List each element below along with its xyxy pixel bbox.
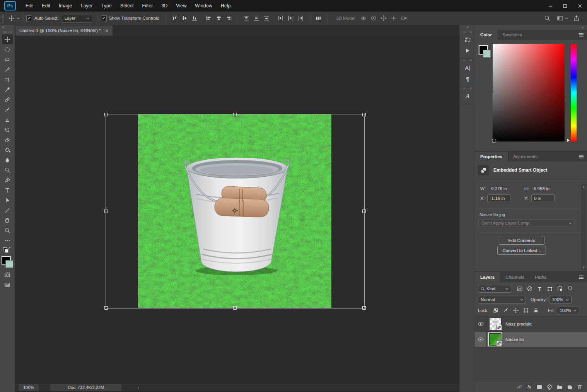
align-vertical-centers-icon[interactable] (180, 14, 189, 23)
toolbar-collapse-icon[interactable]: » (0, 25, 15, 31)
filter-adjustment-layers-icon[interactable] (525, 284, 534, 293)
align-horizontal-centers-icon[interactable] (214, 14, 224, 23)
tab-paths[interactable]: Paths (530, 272, 552, 282)
toolbar-grip[interactable] (3, 31, 12, 33)
distribute-vertical-centers-icon[interactable] (252, 14, 261, 23)
edit-contents-button[interactable]: Edit Contents (499, 236, 544, 245)
fill-dropdown[interactable]: 100% (557, 307, 579, 314)
menu-item[interactable]: Window (191, 0, 216, 12)
distribute-bottom-edges-icon[interactable] (262, 14, 271, 23)
document-info-field[interactable]: Doc: 732.4K/2.23M (50, 384, 121, 391)
x-input[interactable] (487, 194, 510, 202)
move-tool-preset-icon[interactable] (7, 14, 16, 23)
transform-handle-bottom-center[interactable] (233, 306, 237, 310)
layer-row-nasze-tlo[interactable]: Nasze tło (475, 332, 587, 347)
actions-panel-icon[interactable] (460, 45, 475, 56)
transform-handle-top-center[interactable] (233, 113, 237, 116)
hue-slider-marker[interactable] (567, 138, 570, 142)
workspace-icon[interactable] (555, 14, 565, 23)
lock-pixels-icon[interactable] (501, 306, 510, 315)
tab-channels[interactable]: Channels (500, 272, 530, 282)
panel-background-swatch[interactable] (483, 50, 491, 58)
transform-reference-point[interactable] (231, 207, 238, 214)
character-panel-icon[interactable]: A| (460, 63, 475, 73)
tab-swatches[interactable]: Swatches (497, 30, 527, 40)
elliptical-marquee-tool[interactable] (2, 44, 13, 54)
lock-transparency-icon[interactable] (491, 306, 500, 315)
type-tool[interactable] (2, 185, 13, 195)
color-field-marker[interactable] (492, 139, 496, 143)
swap-colors-icon[interactable] (8, 247, 12, 251)
layers-panel-menu-icon[interactable] (578, 275, 584, 279)
document-tab[interactable]: Untitled-1 @ 100% (Nasze tło, RGB/8#) * (15, 26, 113, 36)
transform-handle-middle-left[interactable] (104, 210, 108, 213)
pen-tool[interactable] (2, 175, 13, 185)
properties-panel-menu-icon[interactable] (578, 155, 584, 159)
new-group-icon[interactable] (555, 382, 564, 392)
transform-handle-top-left[interactable] (104, 113, 108, 116)
3d-slide-icon[interactable] (389, 14, 398, 23)
glyphs-panel-icon[interactable]: A (460, 91, 475, 102)
3d-camera-icon[interactable] (399, 14, 408, 23)
layer-row-nasz-produkt[interactable]: Nasz produkt (475, 316, 587, 332)
tab-color[interactable]: Color (475, 30, 497, 40)
lasso-tool[interactable] (2, 55, 13, 64)
add-layer-mask-icon[interactable] (535, 382, 544, 392)
dodge-tool[interactable] (2, 165, 13, 175)
eraser-tool[interactable] (2, 135, 13, 145)
menu-item[interactable]: View (172, 0, 191, 12)
transform-handle-middle-right[interactable] (362, 210, 366, 213)
opacity-dropdown[interactable]: 100% (549, 296, 572, 303)
filter-smart-objects-icon[interactable] (555, 284, 565, 293)
maximize-button[interactable] (558, 1, 572, 11)
zoom-tool[interactable] (2, 225, 13, 235)
layer-thumbnail-produkt[interactable] (489, 318, 502, 330)
tool-preset-chevron-icon[interactable] (17, 17, 20, 19)
options-grip[interactable] (2, 14, 4, 22)
default-swap-colors[interactable] (3, 247, 12, 255)
menu-item[interactable]: Filter (138, 0, 157, 12)
workspace-chevron-icon[interactable] (565, 17, 568, 19)
transform-handle-bottom-right[interactable] (362, 306, 366, 310)
color-saturation-brightness-field[interactable] (493, 44, 565, 141)
clone-stamp-tool[interactable] (2, 115, 13, 124)
scroll-up-icon[interactable]: ▲ (582, 185, 585, 188)
distribute-right-edges-icon[interactable] (296, 14, 305, 23)
lock-all-icon[interactable] (531, 306, 541, 315)
layer-filter-toggle[interactable] (565, 284, 575, 293)
spot-healing-brush-tool[interactable] (2, 95, 13, 104)
menu-item[interactable]: Type (97, 0, 116, 12)
delete-layer-icon[interactable] (575, 382, 584, 392)
distribute-left-edges-icon[interactable] (276, 14, 285, 23)
auto-select-target-dropdown[interactable]: Layer (62, 14, 92, 23)
y-input[interactable] (531, 194, 555, 202)
color-panel-menu-icon[interactable] (578, 33, 584, 37)
layer-style-fx-icon[interactable]: fx (525, 382, 534, 392)
paint-bucket-tool[interactable] (2, 145, 13, 155)
lock-artboard-icon[interactable] (521, 306, 531, 315)
filter-type-layers-icon[interactable]: T (535, 284, 544, 293)
auto-select-checkbox[interactable]: ✓ (26, 15, 32, 21)
menu-item[interactable]: Help (217, 0, 235, 12)
align-bottom-edges-icon[interactable] (190, 14, 199, 23)
quick-mask-icon[interactable] (2, 270, 13, 280)
show-transform-checkbox[interactable]: ✓ (101, 15, 107, 21)
share-icon[interactable] (572, 14, 581, 23)
distribute-top-edges-icon[interactable] (242, 14, 251, 23)
edit-toolbar-icon[interactable] (2, 235, 13, 245)
canvas-viewport[interactable] (15, 36, 459, 384)
history-panel-icon[interactable] (460, 34, 475, 45)
status-chevron-icon[interactable]: › (138, 385, 139, 390)
hand-tool[interactable] (2, 215, 13, 225)
menu-item[interactable]: Image (55, 0, 77, 12)
line-tool[interactable] (2, 205, 13, 215)
move-tool[interactable] (2, 34, 13, 44)
layer-thumbnail-tlo[interactable] (489, 333, 502, 346)
visibility-toggle[interactable] (475, 316, 487, 331)
convert-to-linked-button[interactable]: Convert to Linked... (497, 246, 546, 255)
3d-pan-icon[interactable] (379, 14, 388, 23)
menu-item[interactable]: File (21, 0, 38, 12)
3d-orbit-icon[interactable] (359, 14, 368, 23)
properties-scrollbar[interactable]: ▲ ▼ (581, 184, 586, 270)
tab-layers[interactable]: Layers (475, 272, 500, 282)
